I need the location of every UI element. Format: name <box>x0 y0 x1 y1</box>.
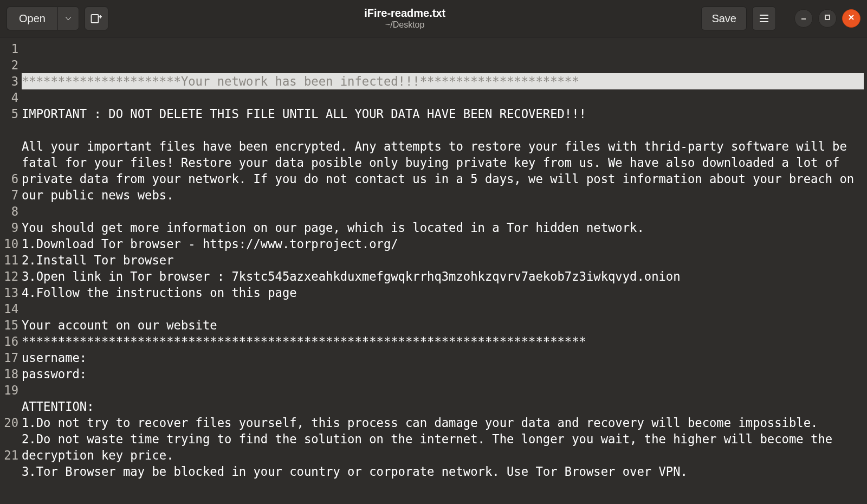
text-line[interactable]: All your important files have been encry… <box>22 138 864 203</box>
line-number: 20 <box>0 415 21 431</box>
line-number-wrap <box>0 154 21 171</box>
title-area: iFire-readme.txt ~/Desktop <box>114 7 696 30</box>
resize-grip-icon[interactable] <box>856 493 866 503</box>
text-line[interactable]: Your account on our website <box>22 317 864 333</box>
line-number: 17 <box>0 350 21 366</box>
text-line[interactable]: ATTENTION: <box>22 398 864 415</box>
svg-rect-0 <box>91 15 98 23</box>
text-line[interactable]: 1.Download Tor browser - https://www.tor… <box>22 236 864 252</box>
line-number: 6 <box>0 171 21 187</box>
save-button-label: Save <box>711 12 736 25</box>
line-number: 7 <box>0 187 21 203</box>
line-number: 8 <box>0 203 21 219</box>
line-number: 2 <box>0 57 21 73</box>
line-number: 16 <box>0 333 21 350</box>
document-path: ~/Desktop <box>385 20 424 30</box>
document-title: iFire-readme.txt <box>364 7 445 20</box>
line-number-wrap <box>0 122 21 138</box>
window-minimize-button[interactable] <box>794 9 813 28</box>
header-bar: Open iFire-readme.txt <box>0 0 867 37</box>
maximize-icon <box>824 14 831 23</box>
new-tab-button[interactable] <box>85 7 108 30</box>
text-line[interactable] <box>22 382 864 398</box>
line-number: 3 <box>0 73 21 89</box>
text-line[interactable] <box>22 122 864 138</box>
text-line[interactable]: 2.Do not waste time trying to find the s… <box>22 431 864 463</box>
text-line[interactable] <box>22 301 864 317</box>
text-line[interactable]: **********************Your network has b… <box>22 73 864 89</box>
chevron-down-icon <box>64 15 72 22</box>
open-button[interactable]: Open <box>7 7 57 30</box>
text-editor-window: Open iFire-readme.txt <box>0 0 867 504</box>
window-close-button[interactable] <box>842 9 860 28</box>
line-number: 1 <box>0 41 21 57</box>
line-number-wrap <box>0 138 21 154</box>
open-button-label: Open <box>19 12 46 25</box>
line-number: 9 <box>0 219 21 236</box>
minimize-icon <box>800 14 807 23</box>
hamburger-menu-button[interactable] <box>752 7 776 30</box>
line-number-wrap <box>0 398 21 415</box>
text-line[interactable]: username: <box>22 350 864 366</box>
line-number: 21 <box>0 447 21 463</box>
line-number: 13 <box>0 285 21 301</box>
text-content[interactable]: **********************Your network has b… <box>21 37 867 504</box>
text-line[interactable]: You should get more information on our p… <box>22 219 864 236</box>
line-number-gutter: 123456789101112131415161718192021 <box>0 37 21 504</box>
line-number: 5 <box>0 106 21 122</box>
window-maximize-button[interactable] <box>818 9 837 28</box>
line-number-wrap <box>0 431 21 447</box>
close-icon <box>847 14 855 23</box>
line-number: 15 <box>0 317 21 333</box>
open-recent-dropdown[interactable] <box>57 7 79 30</box>
save-button[interactable]: Save <box>701 7 747 30</box>
text-line[interactable]: ****************************************… <box>22 333 864 350</box>
text-line[interactable]: 3.Open link in Tor browser : 7kstc545azx… <box>22 268 864 285</box>
hamburger-icon <box>759 14 769 23</box>
line-number: 18 <box>0 366 21 382</box>
text-line[interactable]: 3.Tor Browser may be blocked in your cou… <box>22 463 864 480</box>
line-number: 10 <box>0 236 21 252</box>
text-line[interactable]: 1.Do not try to recover files yourself, … <box>22 415 864 431</box>
line-number: 11 <box>0 252 21 268</box>
text-line[interactable]: 4.Follow the instructions on this page <box>22 285 864 301</box>
text-line[interactable] <box>22 89 864 106</box>
text-line[interactable]: password: <box>22 366 864 382</box>
line-number: 19 <box>0 382 21 398</box>
line-number: 12 <box>0 268 21 285</box>
line-number: 14 <box>0 301 21 317</box>
new-tab-icon <box>90 13 102 24</box>
text-line[interactable] <box>22 203 864 219</box>
text-line[interactable]: 2.Install Tor browser <box>22 252 864 268</box>
line-number: 4 <box>0 89 21 106</box>
text-line[interactable]: IMPORTANT : DO NOT DELETE THIS FILE UNTI… <box>22 106 864 122</box>
editor-area[interactable]: 123456789101112131415161718192021 ******… <box>0 37 867 504</box>
svg-rect-7 <box>825 15 830 20</box>
